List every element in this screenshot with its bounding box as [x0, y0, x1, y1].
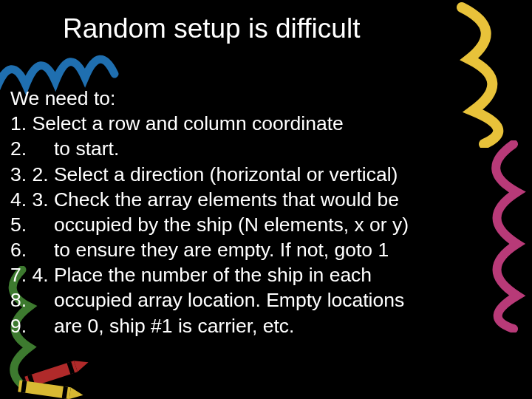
list-number: 9.	[10, 313, 27, 338]
list-text: occupied by the ship (N elements, x or y…	[32, 214, 409, 236]
list-number: 6.	[10, 237, 27, 262]
list-item: 8. occupied array location. Empty locati…	[10, 287, 409, 313]
list-text: 2. Select a direction (horizontal or ver…	[32, 163, 398, 185]
list-item: 2. to start.	[10, 136, 409, 161]
crayon-squiggle-yellow	[447, 0, 532, 148]
crayons-icon	[4, 332, 115, 399]
svg-rect-2	[27, 375, 35, 387]
intro-line: We need to:	[10, 86, 409, 111]
list: 1. Select a row and column coordinate 2.…	[10, 111, 409, 338]
list-item: 4. 3. Check the array elements that woul…	[10, 187, 409, 212]
list-item: 9. are 0, ship #1 is carrier, etc.	[10, 313, 409, 338]
list-number: 2.	[10, 136, 27, 161]
list-item: 1. Select a row and column coordinate	[10, 111, 409, 136]
svg-rect-7	[62, 386, 68, 399]
list-number: 5.	[10, 212, 27, 237]
slide: Random setup is difficult We need to: 1.…	[0, 0, 532, 399]
list-item: 3. 2. Select a direction (horizontal or …	[10, 162, 409, 187]
list-text: occupied array location. Empty locations	[32, 289, 404, 311]
list-number: 8.	[10, 287, 27, 313]
list-text: are 0, ship #1 is carrier, etc.	[32, 315, 294, 337]
svg-rect-0	[24, 361, 78, 388]
slide-body: We need to: 1. Select a row and column c…	[10, 86, 409, 338]
svg-rect-4	[18, 381, 71, 399]
list-item: 6. to ensure they are empty. If not, got…	[10, 237, 409, 262]
svg-rect-3	[66, 361, 75, 374]
svg-marker-1	[74, 357, 90, 372]
list-number: 7.	[10, 262, 27, 287]
svg-marker-5	[69, 387, 84, 399]
list-text: to ensure they are empty. If not, goto 1	[32, 239, 389, 261]
list-text: Select a row and column coordinate	[32, 112, 343, 134]
list-number: 3.	[10, 162, 27, 187]
list-text: to start.	[32, 137, 119, 160]
slide-title: Random setup is difficult	[63, 13, 360, 44]
list-item: 7. 4. Place the number of the ship in ea…	[10, 262, 409, 287]
list-item: 5. occupied by the ship (N elements, x o…	[10, 212, 409, 237]
list-text: 3. Check the array elements that would b…	[32, 188, 398, 211]
svg-rect-6	[21, 381, 27, 393]
list-number: 4.	[10, 187, 27, 212]
list-number: 1.	[10, 111, 27, 136]
list-text: 4. Place the number of the ship in each	[32, 264, 372, 286]
crayon-squiggle-magenta	[469, 140, 532, 332]
